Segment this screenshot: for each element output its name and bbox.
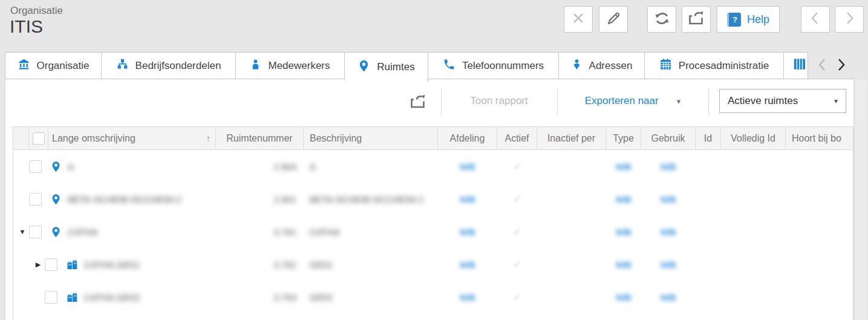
type-link[interactable]: N/B <box>606 292 641 302</box>
tab-scroll-left-icon[interactable] <box>817 58 827 74</box>
tab-organisatie[interactable]: Organisatie <box>5 52 102 79</box>
column-header-afdeling[interactable]: Afdeling <box>438 127 497 149</box>
export-to-button[interactable]: Exporteren naar ▾ <box>557 79 708 123</box>
vertical-scrollbar[interactable] <box>855 79 867 320</box>
active-check-icon: ✓ <box>497 160 537 173</box>
gebruik-link[interactable]: N/B <box>641 292 696 302</box>
help-button-label: Help <box>747 13 769 26</box>
room-description: GE02 <box>304 292 438 302</box>
column-header-type[interactable]: Type <box>606 127 641 149</box>
expander-column-header <box>13 127 29 149</box>
tab-medewerkers[interactable]: Medewerkers <box>236 52 345 79</box>
type-link[interactable]: N/B <box>606 194 641 204</box>
tab-procesadministratie[interactable]: Procesadministratie <box>645 52 784 79</box>
column-header-id[interactable]: Id <box>696 127 721 149</box>
breadcrumb: Organisatie <box>10 5 63 17</box>
row-checkbox[interactable] <box>45 291 57 304</box>
select-all-header <box>29 127 48 149</box>
afdeling-link[interactable]: N/B <box>438 194 497 204</box>
expand-expander-icon[interactable]: ▶ <box>31 261 45 269</box>
column-header-lange-omschrijving[interactable]: Lange omschrijving ↑ <box>48 127 216 149</box>
tab-scroll-controls <box>812 52 868 79</box>
column-header-actief[interactable]: Actief <box>497 127 537 149</box>
view-filter-dropdown[interactable]: Actieve ruimtes ▾ <box>719 89 846 113</box>
building-towers-icon <box>66 291 78 304</box>
select-all-checkbox[interactable] <box>33 132 45 145</box>
view-filter-value: Actieve ruimtes <box>728 95 798 107</box>
room-number: 2.901 <box>216 194 304 204</box>
column-header-inactief-per[interactable]: Inactief per <box>537 127 606 149</box>
type-link[interactable]: N/B <box>606 162 641 172</box>
content-panel: Toon rapport Exporteren naar ▾ Actieve r… <box>5 79 854 320</box>
undock-icon <box>687 10 705 29</box>
afdeling-link[interactable]: N/B <box>438 227 497 237</box>
room-name: CATHA.GE02 <box>84 292 140 302</box>
tab-bedrijfsonderdelen[interactable]: Bedrijfsonderdelen <box>102 52 236 79</box>
undock-icon <box>409 102 427 112</box>
type-link[interactable]: N/B <box>606 260 641 270</box>
column-header-gebruik[interactable]: Gebruik <box>641 127 696 149</box>
column-header-hoort-bij[interactable]: Hoort bij bo <box>786 127 853 149</box>
map-pin-icon <box>50 160 62 173</box>
collapse-expander-icon[interactable]: ▼ <box>16 228 29 235</box>
table-row[interactable]: A 2.904 A N/B ✓ N/B N/B <box>13 150 853 183</box>
application-window: Organisatie ITIS <box>0 0 868 320</box>
refresh-button[interactable] <box>647 6 676 33</box>
close-button[interactable] <box>564 6 593 33</box>
sort-asc-icon[interactable]: ↑ <box>206 133 211 143</box>
export-to-label: Exporteren naar <box>585 95 659 107</box>
tab-partial[interactable] <box>784 52 808 79</box>
gebruik-link[interactable]: N/B <box>641 260 696 270</box>
undock-button[interactable] <box>682 6 711 33</box>
undock-panel-button[interactable] <box>409 94 427 113</box>
afdeling-link[interactable]: N/B <box>438 292 497 302</box>
column-header-beschrijving[interactable]: Beschrijving <box>304 127 438 149</box>
afdeling-link[interactable]: N/B <box>438 260 497 270</box>
column-header-ruimtenummer[interactable]: Ruimtenummer <box>216 127 304 149</box>
building-icon <box>792 57 806 74</box>
name-cell: BETA-SCHEIB-OCCHEIM-2 <box>13 183 216 215</box>
help-button[interactable]: ? Help <box>717 6 780 33</box>
type-link[interactable]: N/B <box>606 227 641 237</box>
tab-label: Adressen <box>589 60 633 72</box>
row-checkbox[interactable] <box>29 193 42 206</box>
row-checkbox[interactable] <box>29 226 42 238</box>
rooms-table: Lange omschrijving ↑ Ruimtenummer Beschr… <box>13 126 853 320</box>
tab-adressen[interactable]: Adressen <box>559 52 645 79</box>
name-cell: ▶ CATHA.GE01 <box>13 248 216 281</box>
name-cell: ▼ CATHA <box>13 215 216 248</box>
column-header-volledig-id[interactable]: Volledig Id <box>721 127 786 149</box>
table-row[interactable]: BETA-SCHEIB-OCCHEIM-2 2.901 BETA-SCHEIB-… <box>13 183 853 215</box>
tab-bar: Organisatie Bedrijfsonderdelen Medewerke… <box>5 52 808 79</box>
tab-label: Ruimtes <box>377 61 414 73</box>
caret-down-icon: ▾ <box>834 97 838 105</box>
room-number: 3.763 <box>216 292 304 302</box>
tab-scroll-right-icon[interactable] <box>837 58 846 74</box>
row-checkbox[interactable] <box>45 258 57 271</box>
bank-icon <box>18 58 30 74</box>
edit-button[interactable] <box>599 6 628 33</box>
row-checkbox[interactable] <box>29 160 42 173</box>
tab-label: Telefoonnummers <box>462 60 544 72</box>
room-description: GE01 <box>304 260 438 270</box>
pencil-icon <box>606 11 621 28</box>
calendar-icon <box>659 58 672 74</box>
table-row[interactable]: ▶ CATHA.GE01 3.762 GE01 N/B ✓ N/B N/B <box>13 248 853 281</box>
active-check-icon: ✓ <box>497 291 537 304</box>
room-description: BETA-SCHEIB-OCCHEIM-2 <box>304 194 438 204</box>
gebruik-link[interactable]: N/B <box>641 162 696 172</box>
tab-telefoonnummers[interactable]: Telefoonnummers <box>428 52 559 79</box>
gebruik-link[interactable]: N/B <box>641 227 696 237</box>
afdeling-link[interactable]: N/B <box>438 162 497 172</box>
table-row[interactable]: ▼ CATHA 3.761 CATHA N/B ✓ N/B N/B <box>13 215 853 248</box>
gebruik-link[interactable]: N/B <box>641 194 696 204</box>
main-toolbar: ? Help <box>564 6 864 33</box>
tab-ruimtes[interactable]: Ruimtes <box>345 52 428 82</box>
next-record-button[interactable] <box>835 6 864 33</box>
table-row[interactable]: CATHA.GE02 3.763 GE02 N/B ✓ N/B N/B <box>13 281 853 313</box>
map-pin-icon <box>50 226 62 238</box>
tab-label: Medewerkers <box>268 60 330 72</box>
show-report-button[interactable]: Toon rapport <box>441 79 557 123</box>
phone-icon <box>443 58 455 74</box>
previous-record-button[interactable] <box>801 6 830 33</box>
